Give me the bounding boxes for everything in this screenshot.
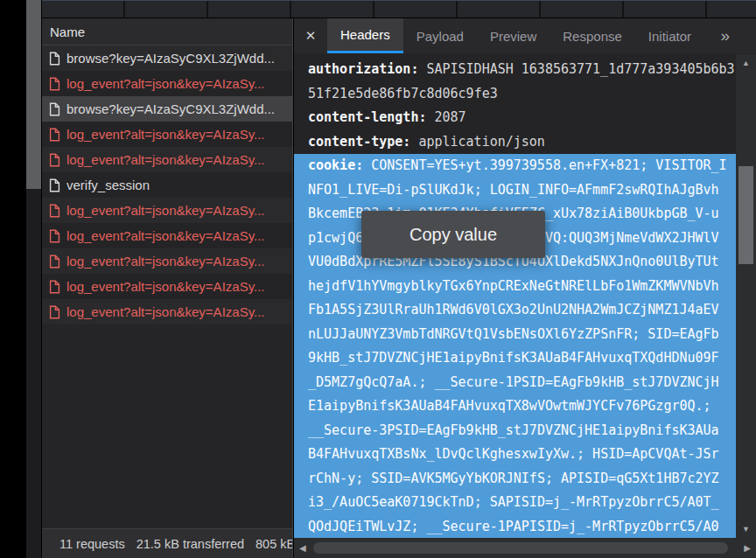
document-error-icon [49, 280, 60, 294]
document-error-icon [49, 305, 60, 319]
header-value: application/json [418, 134, 545, 150]
request-row[interactable]: log_event?alt=json&key=AIzaSy... [42, 248, 292, 274]
request-name: log_event?alt=json&key=AIzaSy... [66, 254, 265, 269]
header-name: content-type: [308, 134, 410, 150]
cookie-line: 9kHB_stJ7DVZNCjHE1aipyBnifsK3AUaB4FAHvux… [294, 346, 736, 371]
header-value: SAPISIDHASH 1638563771_1d777a393405b6b3 [426, 61, 734, 77]
cookie-line: B4FAHvuxqTXBsNx_lDvQclKghesxwIyXw.; HSID… [294, 443, 736, 467]
request-row-selected[interactable]: browse?key=AIzaSyC9XL3ZjWdd... [42, 96, 292, 122]
request-name: log_event?alt=json&key=AIzaSy... [66, 304, 265, 319]
document-error-icon [49, 255, 60, 269]
request-row[interactable]: log_event?alt=json&key=AIzaSy... [42, 198, 292, 223]
copy-value-label: Copy value [410, 225, 497, 245]
header-value: 2087 [434, 109, 466, 125]
request-name: log_event?alt=json&key=AIzaSy... [66, 76, 265, 91]
document-error-icon [49, 204, 60, 218]
details-tab-bar: ✕ Headers Payload Preview Response Initi… [294, 18, 756, 53]
header-name: content-length: [308, 109, 426, 125]
close-icon[interactable]: ✕ [294, 18, 327, 53]
transferred-size: 21.5 kB transferred [136, 537, 244, 551]
header-name: authorization: [308, 61, 418, 77]
document-icon [49, 52, 60, 66]
request-details-panel: ✕ Headers Payload Preview Response Initi… [294, 18, 756, 558]
more-tabs-icon[interactable]: » [720, 18, 730, 53]
horizontal-scrollbar-thumb[interactable] [313, 542, 728, 554]
request-row[interactable]: log_event?alt=json&key=AIzaSy... [42, 71, 292, 96]
request-name: log_event?alt=json&key=AIzaSy... [66, 203, 265, 218]
header-entry: content-length:2087 [294, 106, 736, 130]
cookie-line: rChN-y; SSID=AVK5MGyYbKORJNIfS; APISID=q… [294, 467, 736, 492]
cookie-line: hejdfV1hYVmgyblkyTGx6YnpCRExNeGtNRElLbFo… [294, 275, 736, 299]
page-scrollbar-track[interactable] [26, 0, 41, 558]
scroll-up-icon[interactable]: ▲ [736, 56, 756, 70]
cookie-line: Fb1A5SjZ3UlRraUh1RWd6V0lGX3o2UnU2NHA2WmJ… [294, 298, 736, 323]
tab-payload[interactable]: Payload [403, 18, 477, 53]
request-row[interactable]: log_event?alt=json&key=AIzaSy... [42, 147, 292, 172]
request-row[interactable]: log_event?alt=json&key=AIzaSy... [42, 274, 292, 299]
horizontal-scrollbar[interactable]: ◀ ▶ [294, 538, 756, 558]
document-icon [49, 102, 60, 116]
tab-preview[interactable]: Preview [477, 18, 550, 53]
header-entry: authorization:SAPISIDHASH 1638563771_1d7… [294, 58, 736, 82]
header-value-wrap: 51f21e5de86fb7c8d06c9fe3 [294, 82, 736, 107]
request-name: log_event?alt=json&key=AIzaSy... [66, 127, 265, 142]
request-list-panel: Name browse?key=AIzaSyC9XL3ZjWdd... log_… [42, 18, 293, 558]
devtools-network-panel: Name browse?key=AIzaSyC9XL3ZjWdd... log_… [0, 0, 756, 558]
tab-response[interactable]: Response [550, 18, 635, 53]
resources-size: 805 kB resources [256, 537, 292, 551]
document-error-icon [49, 153, 60, 167]
document-error-icon [49, 128, 60, 142]
cookie-line: _D5MZ7gQcQ7aA.; __Secure-1PSID=EAgFb9kHB… [294, 371, 736, 395]
request-name: log_event?alt=json&key=AIzaSy... [66, 152, 265, 167]
document-error-icon [49, 229, 60, 243]
request-name: verify_session [66, 178, 150, 192]
copy-value-menu[interactable]: Copy value [361, 211, 545, 258]
cookie-line: __Secure-3PSID=EAgFb9kHB_stJ7DVZNCjHE1ai… [294, 419, 736, 443]
cookie-line: NFO1_LIVE=Di-pSlUKdJk; LOGIN_INFO=AFmmF2… [294, 178, 736, 203]
cookie-line: E1aipyBnifsK3AUaB4FAHvuxqTX8wVOwtmWJYCFv… [294, 394, 736, 419]
request-name: log_event?alt=json&key=AIzaSy... [66, 228, 265, 243]
name-column-header[interactable]: Name [42, 18, 292, 45]
vertical-scrollbar-thumb[interactable] [738, 166, 753, 264]
header-value: CONSENT=YES+yt.399739558.en+FX+821; VISI… [371, 157, 726, 173]
request-row[interactable]: browse?key=AIzaSyC9XL3ZjWdd... [42, 45, 292, 71]
tab-initiator[interactable]: Initiator [635, 18, 704, 53]
request-name: browse?key=AIzaSyC9XL3ZjWdd... [66, 101, 275, 116]
request-name: browse?key=AIzaSyC9XL3ZjWdd... [66, 51, 275, 66]
document-icon [49, 178, 60, 192]
request-count: 11 requests [60, 537, 125, 551]
request-name: log_event?alt=json&key=AIzaSy... [66, 279, 265, 294]
cookie-line: i3_/AuOC5eaK0719CkTnD; SAPISID=j_-MrRTpy… [294, 491, 736, 515]
cookie-line: nLUJJaUNYZ3VmbTdNRGVtQ1VsbENsOXl6YzZPSnF… [294, 323, 736, 347]
request-row[interactable]: verify_session [42, 172, 292, 198]
network-summary-bar: 11 requests 21.5 kB transferred 805 kB r… [42, 528, 292, 558]
page-scrollbar-thumb[interactable] [26, 0, 41, 189]
header-name: cookie: [308, 157, 363, 173]
document-error-icon [49, 77, 60, 91]
cookie-line: QOdJQEiTWLvJZ; __Secure-1PAPISID=j_-MrRT… [294, 515, 736, 539]
header-entry: content-type:application/json [294, 130, 736, 155]
header-entry: cookie:CONSENT=YES+yt.399739558.en+FX+82… [294, 154, 736, 178]
scroll-left-icon[interactable]: ◀ [299, 538, 306, 558]
request-row[interactable]: log_event?alt=json&key=AIzaSy... [42, 299, 292, 324]
tab-headers[interactable]: Headers [327, 18, 403, 53]
request-row[interactable]: log_event?alt=json&key=AIzaSy... [42, 122, 292, 147]
request-row[interactable]: log_event?alt=json&key=AIzaSy... [42, 223, 292, 248]
scroll-right-icon[interactable]: ▶ [744, 538, 751, 558]
headers-content: authorization:SAPISIDHASH 1638563771_1d7… [294, 54, 736, 538]
vertical-scrollbar[interactable]: ▲ ▼ [736, 54, 756, 538]
network-overview-strip[interactable] [42, 0, 756, 17]
scroll-down-icon[interactable]: ▼ [736, 522, 756, 536]
